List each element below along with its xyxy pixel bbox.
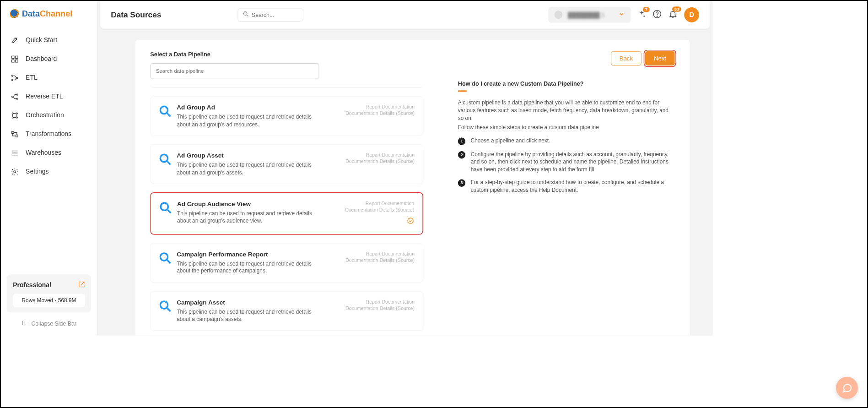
svg-rect-2	[12, 60, 14, 62]
grid-icon	[11, 55, 19, 63]
svg-point-19	[14, 171, 16, 173]
nav-reverse-etl[interactable]: Reverse ETL	[5, 87, 93, 106]
page-title: Data Sources	[111, 11, 161, 20]
step-text: For a step-by-step guide to understand h…	[471, 179, 675, 194]
nav-orchestration[interactable]: Orchestration	[5, 106, 93, 125]
svg-point-24	[643, 16, 645, 17]
nav-transformations[interactable]: Transformations	[5, 125, 93, 144]
check-icon	[345, 217, 415, 226]
svg-line-37	[167, 308, 171, 311]
step-number: 3	[458, 179, 465, 186]
nav-label: Orchestration	[26, 112, 64, 119]
nav-etl[interactable]: ETL	[5, 69, 93, 87]
chat-fab[interactable]	[836, 377, 858, 399]
rocket-icon	[11, 36, 19, 44]
back-button[interactable]: Back	[611, 51, 642, 65]
chevron-down-icon	[618, 11, 625, 19]
svg-rect-0	[12, 56, 14, 58]
notifications-button[interactable]: 33	[669, 10, 678, 20]
svg-point-13	[16, 117, 17, 118]
help-step: 3For a step-by-step guide to understand …	[458, 179, 675, 194]
pipeline-title: Campaign Asset	[177, 299, 340, 306]
svg-point-22	[244, 12, 247, 15]
pipeline-card[interactable]: Campaign Performance ReportThis pipeline…	[150, 243, 423, 283]
warehouses-icon	[11, 149, 19, 157]
pipeline-desc: This pipeline can be used to request and…	[177, 309, 320, 323]
pipeline-list[interactable]: Ad Group AdThis pipeline can be used to …	[150, 86, 429, 335]
svg-point-27	[161, 107, 168, 114]
global-search[interactable]	[238, 8, 304, 22]
help-paragraph: Follow these simple steps to create a cu…	[458, 124, 675, 131]
collapse-sidebar[interactable]: Collapse Side Bar	[7, 320, 91, 327]
accent-bar	[458, 90, 467, 92]
search-input[interactable]	[252, 11, 299, 18]
help-paragraph: A custom pipeline is a data pipeline tha…	[458, 98, 675, 122]
nav-label: Warehouses	[26, 149, 61, 157]
brand-text-2: Channel	[40, 9, 72, 19]
svg-point-33	[408, 218, 413, 223]
pipeline-title: Ad Group Asset	[177, 152, 340, 160]
nav-settings[interactable]: Settings	[5, 163, 93, 181]
pipeline-desc: This pipeline can be used to request and…	[177, 261, 320, 275]
pipeline-title: Ad Group Audience View	[177, 201, 340, 208]
pipeline-links[interactable]: Report DocumentationDocumentation Detail…	[345, 104, 415, 129]
svg-point-5	[12, 79, 13, 81]
pipeline-links[interactable]: Report DocumentationDocumentation Detail…	[345, 299, 415, 323]
pipeline-search-input[interactable]	[150, 63, 319, 79]
svg-rect-3	[16, 60, 18, 62]
sparkle-badge: 7	[643, 7, 650, 12]
account-avatar-icon	[555, 11, 563, 19]
help-step: 2Configure the pipeline by providing det…	[458, 150, 675, 173]
nav-quick-start[interactable]: Quick Start	[5, 31, 93, 50]
pipeline-links[interactable]: Report DocumentationDocumentation Detail…	[345, 201, 415, 226]
orchestration-icon	[11, 111, 19, 120]
magnifier-icon	[159, 153, 172, 166]
search-icon	[243, 11, 249, 19]
magnifier-icon	[159, 105, 172, 118]
bell-icon	[669, 13, 678, 20]
user-avatar[interactable]: D	[684, 7, 699, 22]
pipeline-links[interactable]: Report DocumentationDocumentation Detail…	[345, 152, 415, 177]
help-steps: 1Choose a pipeline and click next.2Confi…	[458, 137, 675, 194]
ai-sparkle-button[interactable]: 7	[638, 10, 646, 20]
etl-icon	[11, 74, 19, 82]
pipeline-card[interactable]: Ad Group Audience ViewThis pipeline can …	[150, 192, 423, 234]
help-button[interactable]	[652, 10, 662, 20]
svg-rect-14	[12, 131, 14, 134]
svg-point-4	[12, 75, 13, 76]
svg-rect-1	[16, 56, 18, 58]
gear-icon	[11, 168, 19, 176]
magnifier-icon	[159, 201, 172, 214]
brand-text-1: Data	[22, 9, 40, 19]
pipeline-card[interactable]	[150, 86, 423, 88]
step-text: Choose a pipeline and click next.	[471, 137, 550, 145]
svg-point-6	[16, 77, 18, 79]
svg-rect-15	[16, 135, 18, 137]
collapse-label: Collapse Side Bar	[31, 321, 76, 327]
upgrade-icon[interactable]	[78, 281, 85, 289]
account-name: ████████ 1	[568, 11, 613, 18]
nav-warehouses[interactable]: Warehouses	[5, 144, 93, 163]
pipeline-title: Campaign Performance Report	[177, 251, 340, 258]
nav-dashboard[interactable]: Dashboard	[5, 50, 93, 69]
svg-line-30	[167, 162, 171, 165]
svg-point-26	[657, 16, 658, 16]
plan-card: Professional Rows Moved - 568.9M	[7, 274, 91, 313]
svg-point-9	[12, 96, 13, 98]
nav-label: Quick Start	[26, 37, 57, 44]
collapse-icon	[22, 320, 27, 327]
account-selector[interactable]: ████████ 1	[548, 7, 631, 22]
pipeline-links[interactable]: Report DocumentationDocumentation Detail…	[345, 251, 415, 275]
pipeline-card[interactable]: Campaign AssetThis pipeline can be used …	[150, 291, 423, 331]
svg-line-32	[168, 210, 171, 213]
svg-point-11	[16, 113, 17, 114]
pipeline-card[interactable]: Ad Group AdThis pipeline can be used to …	[150, 96, 423, 136]
svg-line-28	[167, 114, 171, 117]
pipeline-card[interactable]: Ad Group AssetThis pipeline can be used …	[150, 144, 423, 184]
bell-badge: 33	[672, 6, 681, 11]
main: Data Sources ████████ 1 7 33	[97, 1, 713, 336]
nav-label: Reverse ETL	[26, 93, 63, 100]
plan-name: Professional	[13, 282, 51, 289]
panel-title: Select a Data Pipeline	[150, 51, 429, 58]
next-button[interactable]: Next	[645, 51, 675, 65]
